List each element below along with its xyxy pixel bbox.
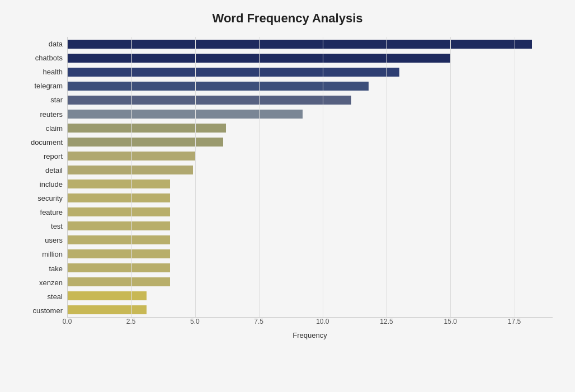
x-tick: 7.5 [254, 318, 263, 325]
bar [68, 263, 170, 272]
bars-section: datachatbotshealthtelegramstarreuterscla… [22, 37, 553, 318]
y-label: customer [33, 304, 63, 318]
y-label: feature [40, 205, 63, 219]
bar-row [68, 233, 553, 247]
bar-row [68, 303, 553, 317]
y-label: star [50, 93, 63, 107]
bar [68, 82, 369, 91]
bars-wrapper [67, 37, 553, 318]
bar [68, 193, 170, 202]
chart-container: Word Frequency Analysis datachatbotsheal… [0, 0, 575, 392]
chart-area: datachatbotshealthtelegramstarreuterscla… [22, 37, 553, 339]
bar-row [68, 247, 553, 261]
bar [68, 40, 532, 49]
bar-row [68, 93, 553, 107]
bar-row [68, 51, 553, 65]
y-label: report [44, 149, 63, 163]
bar-row [68, 191, 553, 205]
bar [68, 207, 170, 216]
bar [68, 54, 450, 63]
x-tick: 2.5 [126, 318, 136, 325]
y-label: include [40, 177, 63, 191]
bar [68, 235, 170, 244]
bar [68, 68, 399, 77]
bar-row [68, 205, 553, 219]
bar [68, 96, 351, 105]
x-tick: 15.0 [444, 318, 457, 325]
bar [68, 249, 170, 258]
x-tick: 0.0 [63, 318, 72, 325]
x-tick: 10.0 [316, 318, 329, 325]
y-label: steal [48, 290, 63, 304]
y-label: security [37, 191, 63, 205]
bar-row [68, 65, 553, 79]
bar [68, 291, 147, 300]
y-labels: datachatbotshealthtelegramstarreuterscla… [22, 37, 67, 318]
bar-row [68, 219, 553, 233]
bar [68, 138, 223, 147]
bar-row [68, 289, 553, 303]
y-label: test [51, 219, 63, 233]
x-tick: 17.5 [508, 318, 521, 325]
bar-row [68, 177, 553, 191]
bar-row [68, 275, 553, 289]
y-label: document [31, 135, 63, 149]
bar [68, 180, 170, 188]
x-tick: 12.5 [380, 318, 393, 325]
x-axis-label: Frequency [67, 331, 553, 339]
y-label: telegram [34, 79, 63, 93]
x-axis: 0.02.55.07.510.012.515.017.5 Frequency [67, 318, 553, 339]
y-label: xenzen [39, 276, 63, 290]
y-label: data [49, 37, 63, 51]
y-label: chatbots [35, 51, 63, 65]
bar-row [68, 121, 553, 135]
bar-row [68, 135, 553, 149]
bar [68, 221, 170, 230]
y-label: detail [45, 163, 63, 177]
y-label: million [42, 247, 63, 261]
bar-row [68, 107, 553, 121]
bar [68, 305, 147, 314]
x-tick: 5.0 [190, 318, 200, 325]
bar [68, 166, 193, 174]
y-label: health [43, 65, 63, 79]
bar-row [68, 37, 553, 51]
bar-row [68, 149, 553, 163]
chart-title: Word Frequency Analysis [22, 11, 553, 26]
bar [68, 110, 303, 119]
bar-row [68, 163, 553, 177]
bar-row [68, 79, 553, 93]
bar-row [68, 261, 553, 275]
y-label: reuters [40, 107, 63, 121]
y-label: claim [46, 121, 63, 135]
bar [68, 277, 170, 286]
y-label: users [45, 233, 63, 247]
bar [68, 124, 226, 133]
y-label: take [49, 262, 63, 276]
x-ticks: 0.02.55.07.510.012.515.017.5 [67, 318, 553, 329]
bar [68, 152, 195, 160]
